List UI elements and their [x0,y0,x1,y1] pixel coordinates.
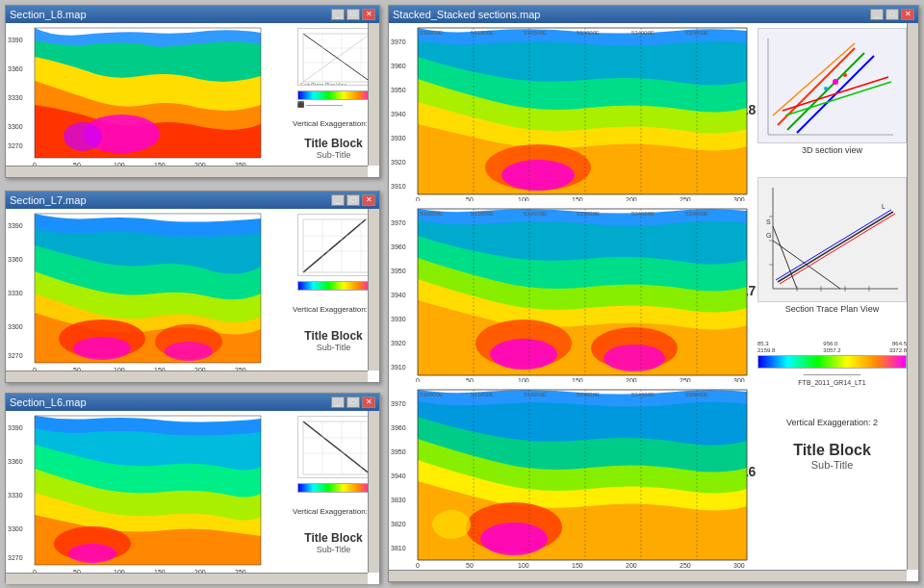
main-vert-exag: Vertical Exaggeration: 2 [757,418,907,427]
svg-text:200: 200 [626,196,637,201]
window-section-l8[interactable]: Section_L8.map _ □ ✕ [5,5,380,178]
colorbar-l7 [297,281,374,291]
svg-text:3270: 3270 [8,352,23,359]
maximize-btn-l8[interactable]: □ [346,9,360,20]
svg-text:3270: 3270 [8,142,23,149]
view-3d-container: 3D section view [757,28,907,172]
section-l6-svg: 3970 3960 3950 3940 3830 3820 3810 L6 [389,385,759,568]
inset-chart-svg-l6 [298,417,373,477]
svg-point-121 [490,339,557,370]
svg-text:3330: 3330 [8,290,23,296]
window-section-l7[interactable]: Section_L7.map _ □ ✕ 3390 3360 3330 3300… [5,191,380,383]
svg-text:3920: 3920 [391,340,406,346]
svg-point-185 [833,79,838,85]
svg-text:531000E: 531000E [471,30,494,36]
main-title-sub: Sub-Title [757,459,907,471]
scrollbar-h-l8[interactable] [6,166,368,177]
window-main-stacked[interactable]: Stacked_Stacked sections.map _ □ ✕ 3970 … [388,5,919,582]
plan-view-label: Section Trace Plan View [757,304,907,314]
window-title-main: Stacked_Stacked sections.map [393,9,540,20]
svg-text:3910: 3910 [391,183,406,190]
seismic-svg-l6: 3390 3360 3330 3300 3270 0 50 100 [6,411,288,573]
svg-text:534000E: 534000E [631,392,654,397]
svg-point-60 [68,544,116,563]
titlebar-main: Stacked_Stacked sections.map _ □ ✕ [389,6,918,23]
scrollbar-v-l6[interactable] [368,411,379,573]
section-l8-svg: 3970 3960 3950 3940 3930 3920 3910 L8 [389,23,759,201]
scrollbar-v-main[interactable] [907,23,918,570]
minimize-btn-main[interactable]: _ [870,9,884,20]
inset-chart-l6 [297,416,374,478]
svg-text:L: L [882,203,886,210]
minimize-btn-l8[interactable]: _ [331,9,345,20]
svg-point-34 [73,337,131,360]
svg-text:3940: 3940 [391,292,406,298]
maximize-btn-l6[interactable]: □ [346,396,360,408]
svg-text:0: 0 [416,196,420,201]
stacked-sections: 3970 3960 3950 3940 3930 3920 3910 L8 [389,23,759,570]
svg-text:530000E: 530000E [420,392,443,397]
close-btn-l6[interactable]: ✕ [362,396,375,408]
svg-text:250: 250 [680,196,691,201]
window-controls-main[interactable]: _ □ ✕ [870,9,914,20]
svg-text:3920: 3920 [391,159,406,166]
svg-text:200: 200 [626,377,637,382]
scrollbar-v-l8[interactable] [368,23,379,166]
main-content: 3970 3960 3950 3940 3930 3920 3910 L8 [389,23,918,581]
section-l8-main: 3970 3960 3950 3940 3930 3920 3910 L8 [389,23,759,201]
svg-text:3300: 3300 [8,123,23,130]
inset-chart-l7 [297,214,374,276]
svg-text:250: 250 [680,562,691,568]
close-btn-l7[interactable]: ✕ [362,194,375,206]
svg-text:150: 150 [572,196,583,201]
svg-point-155 [432,510,471,539]
svg-text:3270: 3270 [8,554,23,561]
svg-point-122 [603,345,665,371]
svg-text:3930: 3930 [391,135,406,141]
scrollbar-v-l7[interactable] [368,209,379,371]
window-title-l7: Section_L7.map [10,194,87,206]
window-controls-l6[interactable]: _ □ ✕ [331,396,375,408]
scrollbar-h-l6[interactable] [6,573,368,584]
maximize-btn-main[interactable]: □ [886,9,899,20]
svg-text:3970: 3970 [391,38,406,45]
main-title-main: Title Block [757,442,907,459]
maximize-btn-l7[interactable]: □ [346,194,360,206]
vert-exag-l7: Vertical Exaggeration: 2 [293,305,374,314]
title-main-l8: Title Block [293,137,374,150]
title-sub-l8: Sub-Title [293,150,374,160]
seismic-svg-l7: 3390 3360 3330 3300 3270 [6,209,288,371]
section-l6-main: 3970 3960 3950 3940 3830 3820 3810 L6 [389,385,759,568]
colorbar-l8: ⬛ ───────── [297,90,374,108]
plan-view-container: L S G Section Trace Plan View [757,177,907,331]
close-btn-main[interactable]: ✕ [901,9,914,20]
svg-point-6 [64,122,102,151]
svg-text:3300: 3300 [8,525,23,532]
svg-point-154 [480,523,548,555]
window-title-l8: Section_L8.map [10,9,87,20]
title-sub-l7: Sub-Title [293,343,374,352]
svg-text:3970: 3970 [391,400,406,407]
svg-text:532000E: 532000E [524,392,547,397]
minimize-btn-l7[interactable]: _ [331,194,345,206]
svg-point-187 [824,87,828,90]
close-btn-l8[interactable]: ✕ [362,9,375,20]
svg-text:535000E: 535000E [685,392,708,397]
titlebar-l7: Section_L7.map _ □ ✕ [6,192,379,209]
title-sub-l6: Sub-Title [293,545,374,554]
content-l7: 3390 3360 3330 3300 3270 [6,209,379,382]
svg-text:Gain/Trace Plan View: Gain/Trace Plan View [300,82,346,85]
svg-text:0: 0 [416,562,420,568]
window-controls-l8[interactable]: _ □ ✕ [331,9,375,20]
title-block-l6: Title Block Sub-Title [293,531,374,554]
window-section-l6[interactable]: Section_L6.map _ □ ✕ 3390 3360 3330 3300… [5,393,380,583]
colorbar-val-4: 2159.8 [757,347,775,353]
minimize-btn-l6[interactable]: _ [331,396,345,408]
main-title-block: Title Block Sub-Title [757,442,907,471]
titlebar-l6: Section_L6.map _ □ ✕ [6,394,379,411]
scrollbar-h-l7[interactable] [6,371,368,382]
window-controls-l7[interactable]: _ □ ✕ [331,194,375,206]
svg-text:100: 100 [518,562,529,568]
svg-point-35 [165,342,213,361]
scrollbar-h-main[interactable] [389,570,907,581]
